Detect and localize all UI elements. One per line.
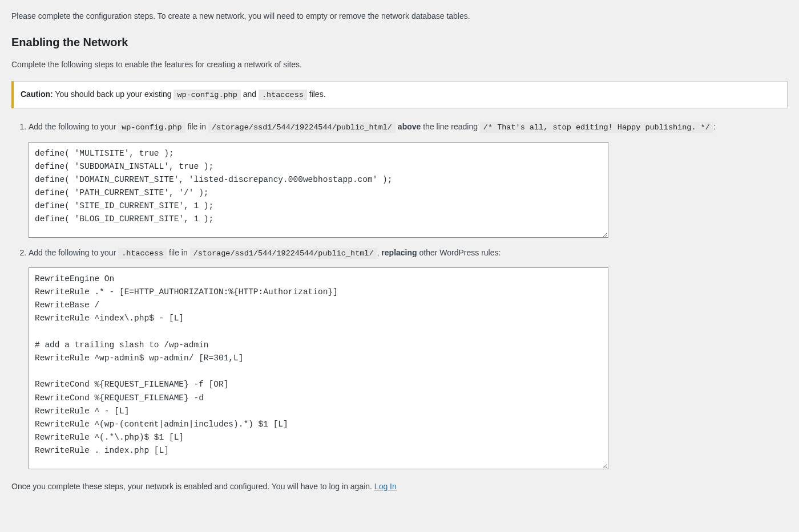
intro-text: Please complete the configuration steps.… [11,10,788,22]
step-2-text: Add the following to your .htaccess file… [29,248,501,257]
section-heading: Enabling the Network [11,34,788,51]
step1-suffix: : [713,122,716,131]
step-1-text: Add the following to your wp-config.php … [29,122,716,131]
step1-prefix: Add the following to your [29,122,118,131]
footer-text: Once you complete these steps, your netw… [11,481,788,493]
step2-suffix: other WordPress rules: [417,248,501,257]
htaccess-code: .htaccess [259,90,307,100]
wpconfig-textarea[interactable] [29,142,608,238]
caution-text: Caution: You should back up your existin… [21,88,780,101]
caution-after: files. [307,90,326,99]
caution-notice: Caution: You should back up your existin… [11,81,788,108]
htaccess-textarea[interactable] [29,267,608,469]
step1-file-code: wp-config.php [118,122,185,133]
step-2: Add the following to your .htaccess file… [29,246,788,469]
footer-message: Once you complete these steps, your netw… [11,482,374,491]
login-link[interactable]: Log In [374,482,397,491]
step1-mid1: file in [185,122,208,131]
step1-comment-code: /* That's all, stop editing! Happy publi… [480,122,713,133]
steps-list: Add the following to your wp-config.php … [11,120,788,469]
step1-path-code: /storage/ssd1/544/19224544/public_html/ [208,122,396,133]
wpconfig-code: wp-config.php [173,90,240,100]
caution-before: You should back up your existing [53,90,174,99]
step1-mid2: the line reading [421,122,480,131]
step2-prefix: Add the following to your [29,248,118,257]
step2-file-code: .htaccess [118,248,167,259]
step1-above: above [398,122,421,131]
section-subtitle: Complete the following steps to enable t… [11,59,788,71]
step2-mid1: file in [167,248,189,257]
step-1: Add the following to your wp-config.php … [29,120,788,237]
caution-and: and [241,90,259,99]
caution-label: Caution: [21,90,53,99]
step2-path-code: /storage/ssd1/544/19224544/public_html/ [190,248,377,259]
step2-replacing: replacing [381,248,417,257]
